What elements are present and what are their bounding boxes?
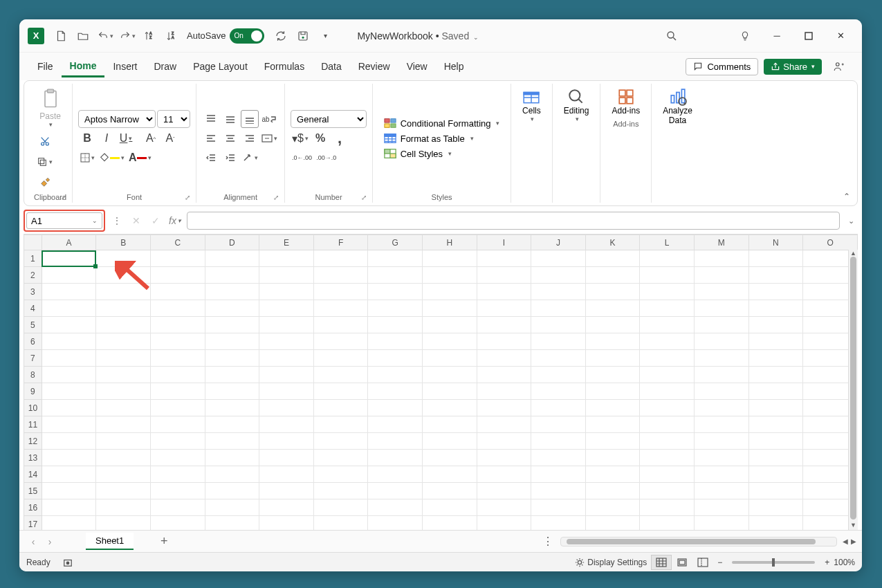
qat-customize-icon[interactable]: ▾ <box>314 25 336 47</box>
cell[interactable] <box>96 284 151 300</box>
cell[interactable] <box>96 400 151 416</box>
formula-input[interactable] <box>193 216 834 226</box>
cell[interactable] <box>368 333 423 350</box>
row-header[interactable]: 8 <box>24 367 42 383</box>
cell[interactable] <box>423 416 477 433</box>
cell[interactable] <box>42 300 96 317</box>
align-center-button[interactable] <box>221 129 239 147</box>
row-header[interactable]: 11 <box>24 416 42 433</box>
cell[interactable] <box>205 284 259 300</box>
decrease-indent-button[interactable] <box>202 149 220 167</box>
cell[interactable] <box>313 367 368 383</box>
cell[interactable] <box>205 350 259 367</box>
cell[interactable] <box>585 333 640 350</box>
cell[interactable] <box>423 317 477 333</box>
cell[interactable] <box>313 300 368 317</box>
zoom-level[interactable]: 100% <box>834 558 855 567</box>
cell[interactable] <box>694 416 748 433</box>
cell[interactable] <box>42 416 96 433</box>
cell[interactable] <box>423 483 477 499</box>
align-right-button[interactable] <box>241 129 259 147</box>
row-header[interactable]: 6 <box>24 333 42 350</box>
redo-button[interactable]: ▾ <box>116 25 138 47</box>
cell[interactable] <box>313 267 368 284</box>
tab-review[interactable]: Review <box>350 57 398 76</box>
cell[interactable] <box>640 267 695 284</box>
tab-help[interactable]: Help <box>436 57 472 76</box>
cell[interactable] <box>205 499 259 516</box>
minimize-button[interactable]: ─ <box>761 25 793 47</box>
cell[interactable] <box>531 416 586 433</box>
cell[interactable] <box>313 284 368 300</box>
cell[interactable] <box>531 250 586 267</box>
cell[interactable] <box>748 367 803 383</box>
cell[interactable] <box>96 450 151 466</box>
grow-font-button[interactable]: A^ <box>142 129 160 147</box>
cell[interactable] <box>531 317 586 333</box>
cell[interactable] <box>640 433 695 450</box>
cell[interactable] <box>150 250 205 267</box>
cell[interactable] <box>205 516 259 531</box>
cell[interactable] <box>259 516 314 531</box>
cell[interactable] <box>42 367 96 383</box>
cell[interactable] <box>585 300 640 317</box>
cell[interactable] <box>477 267 531 284</box>
cell[interactable] <box>259 433 314 450</box>
cell[interactable] <box>748 416 803 433</box>
cell[interactable] <box>42 516 96 531</box>
cell[interactable] <box>96 267 151 284</box>
cell[interactable] <box>205 383 259 400</box>
cell[interactable] <box>423 350 477 367</box>
fx-icon[interactable]: fx▾ <box>167 213 183 228</box>
align-middle-button[interactable] <box>221 110 239 128</box>
cell[interactable] <box>694 317 748 333</box>
cell[interactable] <box>368 516 423 531</box>
cell[interactable] <box>477 317 531 333</box>
column-header[interactable]: K <box>585 235 640 250</box>
row-header[interactable]: 15 <box>24 483 42 499</box>
cell[interactable] <box>368 416 423 433</box>
cell[interactable] <box>531 433 586 450</box>
sheet-tab-sheet1[interactable]: Sheet1 <box>86 533 134 550</box>
cell[interactable] <box>259 416 314 433</box>
column-header[interactable]: J <box>531 235 586 250</box>
cell[interactable] <box>313 466 368 483</box>
cell[interactable] <box>423 450 477 466</box>
cell[interactable] <box>640 466 695 483</box>
cell[interactable] <box>531 267 586 284</box>
analyze-data-button[interactable]: Analyze Data <box>657 85 698 128</box>
column-header[interactable]: G <box>368 235 423 250</box>
cell[interactable] <box>477 466 531 483</box>
cell[interactable] <box>585 516 640 531</box>
cell[interactable] <box>150 267 205 284</box>
cell[interactable] <box>423 267 477 284</box>
cell[interactable] <box>313 250 368 267</box>
cell[interactable] <box>477 400 531 416</box>
cell[interactable] <box>205 450 259 466</box>
cell[interactable] <box>694 250 748 267</box>
cell[interactable] <box>477 300 531 317</box>
row-header[interactable]: 9 <box>24 383 42 400</box>
cell[interactable] <box>205 416 259 433</box>
number-launcher-icon[interactable]: ⤢ <box>361 194 367 201</box>
row-header[interactable]: 5 <box>24 317 42 333</box>
cell[interactable] <box>477 416 531 433</box>
cell[interactable] <box>640 284 695 300</box>
cell[interactable] <box>423 367 477 383</box>
comma-button[interactable]: , <box>331 129 349 147</box>
cell[interactable] <box>531 483 586 499</box>
cell[interactable] <box>96 483 151 499</box>
cell[interactable] <box>748 284 803 300</box>
cell[interactable] <box>96 516 151 531</box>
page-layout-view-button[interactable] <box>672 555 692 570</box>
align-left-button[interactable] <box>202 129 220 147</box>
font-size-select[interactable]: 11 <box>157 110 190 128</box>
cell[interactable] <box>368 300 423 317</box>
cell[interactable] <box>694 333 748 350</box>
vertical-scrollbar[interactable]: ▲ ▼ <box>848 250 858 530</box>
cell[interactable] <box>748 300 803 317</box>
cell[interactable] <box>259 350 314 367</box>
cell[interactable] <box>96 416 151 433</box>
cell[interactable] <box>313 350 368 367</box>
font-color-button[interactable]: A▾ <box>127 149 153 167</box>
